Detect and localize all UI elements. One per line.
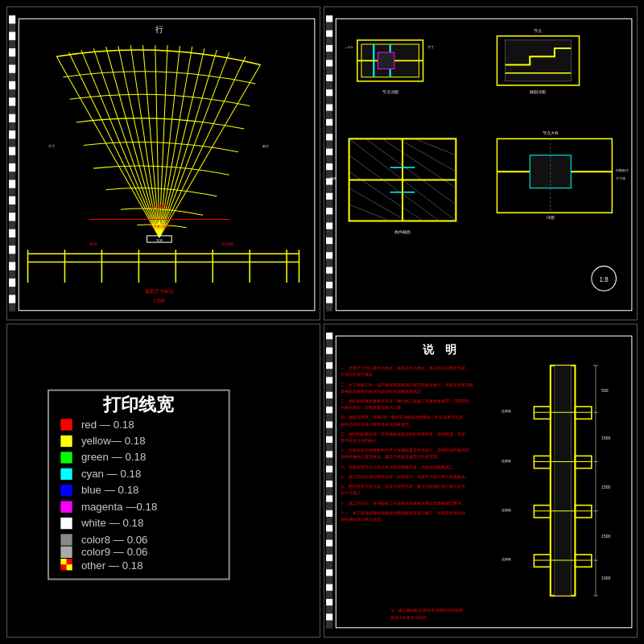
legend-cyan-label: cyan — 0.18 [81,468,141,480]
svg-text:连接板: 连接板 [502,409,511,413]
panel-top-left: 行 [6,6,320,320]
arc-drawing: 行 [7,7,320,320]
legend-blue-label: blue — 0.18 [81,484,139,496]
svg-text:1000: 1000 [601,576,610,580]
svg-rect-70 [326,119,332,126]
svg-text:说　明: 说 明 [423,343,456,356]
svg-rect-144 [326,362,332,369]
svg-text:标注: 标注 [262,144,269,148]
svg-rect-63 [326,15,332,22]
svg-rect-158 [326,569,332,576]
svg-rect-64 [326,31,332,37]
svg-rect-65 [326,45,332,52]
svg-rect-150 [326,451,332,457]
svg-text:1:8: 1:8 [599,276,609,283]
svg-text:底部尺寸标注: 底部尺寸标注 [145,288,174,294]
svg-rect-156 [326,540,332,547]
svg-rect-154 [326,510,332,517]
svg-text:七、本图所有节点大样凡未注明详图索引者，均按标准图集施工。: 七、本图所有节点大样凡未注明详图索引者，均按标准图集施工。 [341,464,457,469]
panel-bottom-right: 说 明 一、本图尺寸均以毫米为单位，标高以米为单位。施工时应以图纸为准， 不得以… [324,324,638,638]
svg-rect-3 [9,32,15,40]
svg-text:九、图中若有不符之处，以设计说明为准，重大问题须经设计单位认: 九、图中若有不符之处，以设计说明为准，重大问题须经设计单位认可 [341,484,465,489]
svg-rect-2 [9,15,15,23]
svg-text:红色标注: 红色标注 [150,204,169,209]
svg-text:二、本工程施工时，须严格按照国家现行规范和标准执行。混凝土强: 二、本工程施工时，须严格按照国家现行规范和标准执行。混凝土强度等级 [341,382,473,387]
svg-text:标高: 标高 [89,242,97,246]
svg-rect-148 [326,421,332,427]
legend-yellow-label: yellow— 0.18 [81,435,146,447]
svg-rect-7 [9,97,15,105]
svg-rect-73 [326,163,332,170]
svg-rect-14 [9,213,15,221]
legend-color8-label: color8 — 0.06 [81,534,148,546]
svg-rect-72 [326,149,332,155]
svg-rect-75 [326,193,332,200]
svg-rect-8 [9,114,15,122]
svg-rect-18 [9,279,15,287]
svg-rect-15 [9,229,15,237]
svg-text:±0.000: ±0.000 [221,242,233,246]
svg-text:十一、本工程地基基础须根据地质勘察报告进行施工，如遇异常情况: 十一、本工程地基基础须根据地质勘察报告进行施工，如遇异常情况须 [341,510,465,515]
svg-text:三、钢结构焊接质量要求符合《钢结构工程施工质量验收规范》GB: 三、钢结构焊接质量要求符合《钢结构工程施工质量验收规范》GB50205 [341,398,469,403]
svg-rect-147 [326,407,332,413]
svg-text:尺寸标注线: 尺寸标注线 [149,224,169,229]
svg-rect-161 [326,613,332,620]
svg-rect-130 [60,452,72,463]
panel-bottom-left: 打印线宽 red — 0.18 yellow— 0.18 green — 0.1… [6,324,320,638]
svg-rect-155 [326,525,332,531]
svg-rect-152 [326,481,332,487]
svg-rect-67 [326,75,332,81]
svg-rect-12 [9,180,15,188]
svg-rect-11 [9,163,15,171]
svg-text:500: 500 [601,388,609,393]
legend-panel: 打印线宽 red — 0.18 yellow— 0.18 green — 0.1… [7,324,320,637]
svg-rect-129 [60,436,72,447]
svg-text:八、施工前应先进行图纸会审，如有疑问，须及时与设计单位联系解: 八、施工前应先进行图纸会审，如有疑问，须及时与设计单位联系解决。 [341,474,469,479]
svg-rect-151 [326,466,332,473]
svg-rect-160 [326,599,332,605]
svg-text:详图: 详图 [547,215,555,220]
svg-rect-77 [326,223,332,229]
svg-text:节点: 节点 [534,28,542,33]
svg-text:及钢筋等材料的技术性能须符合国家标准规定。: 及钢筋等材料的技术性能须符合国家标准规定。 [341,389,425,394]
svg-rect-140 [324,324,637,637]
svg-rect-133 [60,502,72,513]
svg-rect-146 [326,392,332,398]
svg-text:1500: 1500 [601,436,610,440]
svg-rect-68 [326,89,332,96]
svg-rect-184 [555,365,571,596]
svg-text:立面图: 立面图 [153,298,165,303]
svg-text:十、施工完毕后，各项验收工作须符合国家相关规定及验收规范要求: 十、施工完毕后，各项验收工作须符合国家相关规定及验收规范要求。 [341,501,465,506]
svg-text:不得以比例尺量取。: 不得以比例尺量取。 [341,372,377,377]
legend-green-label: green — 0.18 [81,451,146,463]
svg-rect-79 [326,252,332,258]
legend-color9-label: color9 — 0.06 [81,546,148,558]
svg-text:行: 行 [155,25,163,34]
svg-rect-159 [326,584,332,591]
svg-text:1500: 1500 [601,534,610,539]
svg-text:支座: 支座 [156,238,163,242]
svg-rect-136 [60,547,72,558]
svg-rect-145 [326,377,332,383]
svg-rect-66 [326,60,332,66]
legend-magenta-label: magenta —0.18 [81,501,157,513]
svg-text:详图标注: 详图标注 [616,168,629,172]
svg-rect-0 [7,7,320,320]
svg-rect-16 [9,246,15,254]
svg-rect-76 [326,208,332,214]
svg-rect-17 [9,262,15,270]
svg-rect-138 [60,559,66,564]
svg-text:四、钢材Q345B，焊条E50，螺栓10.9级高强度螺栓，所: 四、钢材Q345B，焊条E50，螺栓10.9级高强度螺栓，所有连接节点及 [341,415,462,419]
svg-text:具体详见各专业说明: 具体详见各专业说明 [390,615,427,620]
svg-rect-5 [9,64,15,72]
svg-rect-94 [506,40,572,81]
svg-text:要求按设计说明执行。: 要求按设计说明执行。 [341,438,381,443]
svg-text:节点大样: 节点大样 [543,130,559,135]
svg-rect-143 [326,348,332,354]
svg-text:材料必须符合设计要求及相关国家规范。: 材料必须符合设计要求及相关国家规范。 [340,422,413,427]
svg-rect-157 [326,555,332,561]
svg-rect-135 [60,534,72,545]
svg-text:节点详图: 节点详图 [382,89,398,94]
svg-text:轴线: 轴线 [330,176,336,180]
svg-rect-142 [326,332,332,339]
